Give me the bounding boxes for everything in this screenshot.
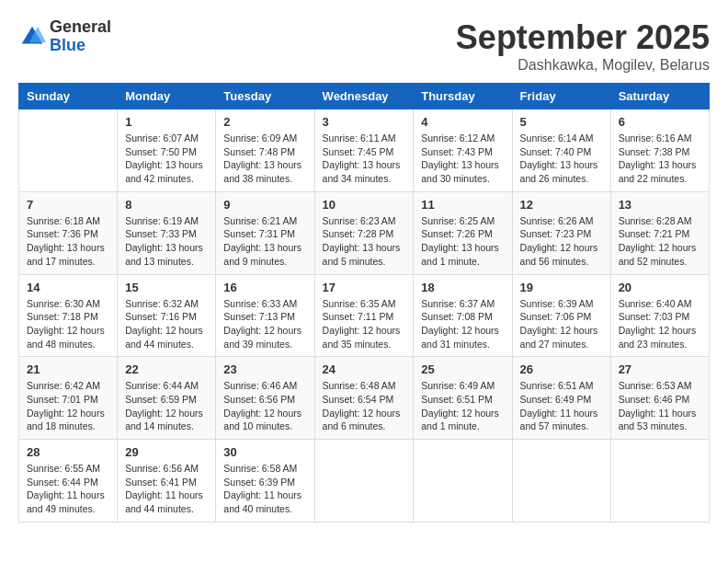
day-number: 20: [619, 281, 701, 294]
day-number: 15: [125, 281, 208, 294]
day-number: 10: [323, 198, 406, 212]
calendar-cell: 7Sunrise: 6:18 AM Sunset: 7:36 PM Daylig…: [19, 191, 118, 274]
day-number: 17: [323, 281, 406, 294]
day-number: 8: [125, 198, 208, 212]
day-number: 4: [421, 115, 504, 129]
day-number: 29: [125, 445, 208, 459]
day-info: Sunrise: 6:42 AM Sunset: 7:01 PM Dayligh…: [27, 379, 109, 433]
calendar-cell: 12Sunrise: 6:26 AM Sunset: 7:23 PM Dayli…: [512, 191, 610, 274]
title-area: September 2025 Dashkawka, Mogilev, Belar…: [456, 18, 710, 74]
calendar-cell: 18Sunrise: 6:37 AM Sunset: 7:08 PM Dayli…: [414, 274, 512, 357]
day-info: Sunrise: 6:07 AM Sunset: 7:50 PM Dayligh…: [125, 132, 208, 186]
day-number: 18: [421, 281, 504, 294]
weekday-header-saturday: Saturday: [610, 84, 709, 109]
calendar-week-row: 14Sunrise: 6:30 AM Sunset: 7:18 PM Dayli…: [19, 274, 710, 357]
day-info: Sunrise: 6:39 AM Sunset: 7:06 PM Dayligh…: [520, 297, 603, 351]
day-number: 9: [223, 198, 306, 212]
day-info: Sunrise: 6:19 AM Sunset: 7:33 PM Dayligh…: [125, 214, 208, 269]
calendar-cell: [414, 440, 512, 523]
day-number: 22: [125, 362, 208, 376]
calendar: SundayMondayTuesdayWednesdayThursdayFrid…: [18, 83, 710, 523]
day-info: Sunrise: 6:33 AM Sunset: 7:13 PM Dayligh…: [223, 297, 306, 351]
weekday-header-monday: Monday: [118, 84, 216, 109]
calendar-cell: 23Sunrise: 6:46 AM Sunset: 6:56 PM Dayli…: [216, 357, 314, 440]
day-info: Sunrise: 6:12 AM Sunset: 7:43 PM Dayligh…: [421, 132, 504, 186]
calendar-cell: [610, 440, 709, 523]
calendar-cell: 6Sunrise: 6:16 AM Sunset: 7:38 PM Daylig…: [610, 109, 709, 192]
calendar-cell: 3Sunrise: 6:11 AM Sunset: 7:45 PM Daylig…: [314, 109, 414, 192]
day-info: Sunrise: 6:14 AM Sunset: 7:40 PM Dayligh…: [520, 132, 603, 186]
calendar-cell: 17Sunrise: 6:35 AM Sunset: 7:11 PM Dayli…: [314, 274, 414, 357]
day-number: 2: [223, 115, 306, 129]
day-info: Sunrise: 6:37 AM Sunset: 7:08 PM Dayligh…: [421, 297, 504, 351]
location-title: Dashkawka, Mogilev, Belarus: [456, 57, 710, 74]
weekday-header-tuesday: Tuesday: [216, 84, 314, 109]
logo-icon: [18, 23, 46, 51]
calendar-cell: 14Sunrise: 6:30 AM Sunset: 7:18 PM Dayli…: [19, 274, 118, 357]
day-info: Sunrise: 6:25 AM Sunset: 7:26 PM Dayligh…: [421, 214, 504, 269]
calendar-cell: 16Sunrise: 6:33 AM Sunset: 7:13 PM Dayli…: [216, 274, 314, 357]
day-number: 24: [323, 362, 406, 376]
day-info: Sunrise: 6:16 AM Sunset: 7:38 PM Dayligh…: [619, 132, 701, 186]
calendar-week-row: 7Sunrise: 6:18 AM Sunset: 7:36 PM Daylig…: [19, 191, 710, 274]
day-info: Sunrise: 6:44 AM Sunset: 6:59 PM Dayligh…: [125, 379, 208, 433]
day-info: Sunrise: 6:51 AM Sunset: 6:49 PM Dayligh…: [520, 379, 603, 433]
calendar-cell: 28Sunrise: 6:55 AM Sunset: 6:44 PM Dayli…: [19, 440, 118, 523]
day-info: Sunrise: 6:09 AM Sunset: 7:48 PM Dayligh…: [223, 132, 306, 186]
day-number: 7: [27, 198, 109, 212]
day-number: 25: [421, 362, 504, 376]
calendar-week-row: 21Sunrise: 6:42 AM Sunset: 7:01 PM Dayli…: [19, 357, 710, 440]
calendar-cell: 26Sunrise: 6:51 AM Sunset: 6:49 PM Dayli…: [512, 357, 610, 440]
day-number: 12: [520, 198, 603, 212]
day-info: Sunrise: 6:23 AM Sunset: 7:28 PM Dayligh…: [323, 214, 406, 269]
calendar-cell: 29Sunrise: 6:56 AM Sunset: 6:41 PM Dayli…: [118, 440, 216, 523]
day-info: Sunrise: 6:53 AM Sunset: 6:46 PM Dayligh…: [619, 379, 701, 433]
calendar-cell: 11Sunrise: 6:25 AM Sunset: 7:26 PM Dayli…: [414, 191, 512, 274]
day-number: 30: [223, 445, 306, 459]
day-number: 21: [27, 362, 109, 376]
day-number: 6: [619, 115, 701, 129]
day-info: Sunrise: 6:35 AM Sunset: 7:11 PM Dayligh…: [323, 297, 406, 351]
day-number: 13: [619, 198, 701, 212]
weekday-header-wednesday: Wednesday: [314, 84, 414, 109]
calendar-cell: 22Sunrise: 6:44 AM Sunset: 6:59 PM Dayli…: [118, 357, 216, 440]
day-number: 23: [223, 362, 306, 376]
calendar-cell: 8Sunrise: 6:19 AM Sunset: 7:33 PM Daylig…: [118, 191, 216, 274]
day-info: Sunrise: 6:49 AM Sunset: 6:51 PM Dayligh…: [421, 379, 504, 433]
calendar-cell: 15Sunrise: 6:32 AM Sunset: 7:16 PM Dayli…: [118, 274, 216, 357]
day-info: Sunrise: 6:26 AM Sunset: 7:23 PM Dayligh…: [520, 214, 603, 269]
calendar-cell: [19, 109, 118, 192]
weekday-header-friday: Friday: [512, 84, 610, 109]
logo-general-text: General: [50, 18, 111, 37]
day-number: 14: [27, 281, 109, 294]
day-info: Sunrise: 6:55 AM Sunset: 6:44 PM Dayligh…: [27, 462, 109, 516]
day-info: Sunrise: 6:18 AM Sunset: 7:36 PM Dayligh…: [27, 214, 109, 269]
calendar-cell: [512, 440, 610, 523]
header: General Blue September 2025 Dashkawka, M…: [18, 18, 710, 74]
calendar-header-row: SundayMondayTuesdayWednesdayThursdayFrid…: [19, 84, 710, 109]
logo-blue-text: Blue: [50, 37, 111, 55]
calendar-cell: 4Sunrise: 6:12 AM Sunset: 7:43 PM Daylig…: [414, 109, 512, 192]
day-number: 26: [520, 362, 603, 376]
day-number: 1: [125, 115, 208, 129]
calendar-week-row: 28Sunrise: 6:55 AM Sunset: 6:44 PM Dayli…: [19, 440, 710, 523]
day-number: 16: [223, 281, 306, 294]
day-info: Sunrise: 6:40 AM Sunset: 7:03 PM Dayligh…: [619, 297, 701, 351]
calendar-cell: 1Sunrise: 6:07 AM Sunset: 7:50 PM Daylig…: [118, 109, 216, 192]
calendar-cell: 13Sunrise: 6:28 AM Sunset: 7:21 PM Dayli…: [610, 191, 709, 274]
calendar-cell: 21Sunrise: 6:42 AM Sunset: 7:01 PM Dayli…: [19, 357, 118, 440]
calendar-cell: 27Sunrise: 6:53 AM Sunset: 6:46 PM Dayli…: [610, 357, 709, 440]
day-number: 28: [27, 445, 109, 459]
day-number: 19: [520, 281, 603, 294]
day-info: Sunrise: 6:46 AM Sunset: 6:56 PM Dayligh…: [223, 379, 306, 433]
calendar-cell: [314, 440, 414, 523]
calendar-cell: 2Sunrise: 6:09 AM Sunset: 7:48 PM Daylig…: [216, 109, 314, 192]
day-number: 5: [520, 115, 603, 129]
day-info: Sunrise: 6:48 AM Sunset: 6:54 PM Dayligh…: [323, 379, 406, 433]
weekday-header-thursday: Thursday: [414, 84, 512, 109]
calendar-cell: 5Sunrise: 6:14 AM Sunset: 7:40 PM Daylig…: [512, 109, 610, 192]
day-number: 11: [421, 198, 504, 212]
logo: General Blue: [18, 18, 111, 55]
day-info: Sunrise: 6:58 AM Sunset: 6:39 PM Dayligh…: [223, 462, 306, 516]
month-title: September 2025: [456, 18, 710, 57]
